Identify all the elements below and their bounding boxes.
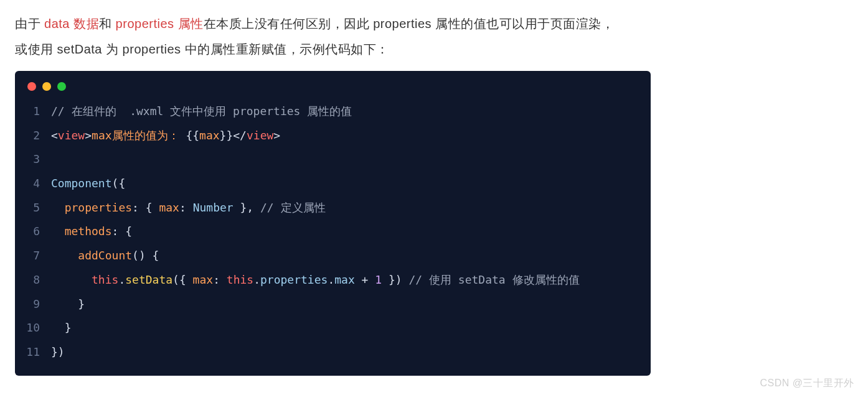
code-token	[51, 273, 92, 286]
code-token: <	[51, 129, 58, 142]
code-token: Number	[193, 201, 234, 214]
code-token: },	[234, 201, 260, 214]
code-content: }	[51, 292, 85, 317]
code-token: </	[233, 129, 247, 142]
code-token: : {	[112, 225, 133, 238]
line-number: 11	[15, 340, 51, 365]
code-token: Component	[51, 177, 112, 190]
code-token: })	[382, 273, 408, 286]
code-token: ({	[112, 177, 126, 190]
code-line: 11})	[15, 340, 651, 365]
code-token: max属性的值为：	[92, 129, 179, 142]
code-token: 1	[375, 273, 382, 286]
code-token: {{	[179, 129, 200, 142]
maximize-icon	[57, 82, 66, 91]
code-content: this.setData({ max: this.properties.max …	[51, 268, 580, 292]
code-content: // 在组件的 .wxml 文件中使用 properties 属性的值	[51, 100, 352, 124]
code-token: this	[92, 273, 118, 286]
code-token: .	[253, 273, 260, 286]
text-highlight-properties: properties 属性	[116, 17, 204, 30]
code-token: max	[193, 273, 214, 286]
line-number: 10	[15, 316, 51, 340]
line-number: 8	[15, 268, 51, 292]
code-token: // 在组件的 .wxml 文件中使用 properties 属性的值	[51, 105, 352, 118]
code-token: addCount	[78, 249, 132, 262]
text-plain: 和	[99, 17, 116, 30]
code-token: setData	[125, 273, 172, 286]
code-token: methods	[65, 225, 112, 238]
code-token: : {	[132, 201, 159, 214]
code-line: 1// 在组件的 .wxml 文件中使用 properties 属性的值	[15, 100, 651, 124]
line-number: 7	[15, 244, 51, 268]
code-line: 2<view>max属性的值为： {{max}}</view>	[15, 124, 651, 148]
minimize-icon	[42, 82, 51, 91]
code-token: // 定义属性	[260, 201, 326, 214]
code-token: max	[334, 273, 355, 286]
code-content: })	[51, 340, 65, 365]
code-token: }}	[220, 129, 234, 142]
line-number: 1	[15, 100, 51, 124]
code-token: .	[118, 273, 125, 286]
code-line: 4Component({	[15, 172, 651, 196]
code-token: }	[51, 321, 72, 334]
code-content: }	[51, 316, 72, 340]
code-token	[51, 249, 78, 262]
text-plain: 在本质上没有任何区别，因此 properties 属性的值也可以用于页面渲染，	[204, 17, 615, 30]
close-icon	[27, 82, 36, 91]
text-highlight-data: data 数据	[44, 17, 99, 30]
code-token: max	[159, 201, 179, 214]
code-line: 8 this.setData({ max: this.properties.ma…	[15, 268, 651, 292]
code-content: Component({	[51, 172, 125, 196]
code-line: 7 addCount() {	[15, 244, 651, 268]
code-line: 5 properties: { max: Number }, // 定义属性	[15, 196, 651, 220]
line-number: 9	[15, 292, 51, 317]
intro-paragraph: 由于 data 数据和 properties 属性在本质上没有任何区别，因此 p…	[0, 0, 859, 66]
window-traffic-lights	[15, 71, 651, 97]
code-token: :	[179, 201, 193, 214]
code-token: .	[328, 273, 334, 286]
line-number: 3	[15, 147, 51, 172]
code-content: methods: {	[51, 220, 132, 244]
line-number: 2	[15, 124, 51, 148]
code-line: 9 }	[15, 292, 651, 317]
code-token: () {	[132, 249, 159, 262]
line-number: 4	[15, 172, 51, 196]
text-plain: 由于	[15, 17, 44, 30]
code-line: 6 methods: {	[15, 220, 651, 244]
code-token: view	[247, 129, 273, 142]
text-line-2: 或使用 setData 为 properties 中的属性重新赋值，示例代码如下…	[15, 37, 844, 62]
code-token: :	[213, 273, 227, 286]
code-window: 1// 在组件的 .wxml 文件中使用 properties 属性的值2<vi…	[15, 71, 651, 376]
code-token: })	[51, 345, 65, 358]
code-content: addCount() {	[51, 244, 159, 268]
code-content: properties: { max: Number }, // 定义属性	[51, 196, 326, 220]
code-line: 10 }	[15, 316, 651, 340]
code-body: 1// 在组件的 .wxml 文件中使用 properties 属性的值2<vi…	[15, 97, 651, 365]
line-number: 5	[15, 196, 51, 220]
code-token: // 使用 setData 修改属性的值	[408, 273, 579, 286]
code-token: properties	[260, 273, 328, 286]
code-token: +	[355, 273, 375, 286]
code-content: <view>max属性的值为： {{max}}</view>	[51, 124, 280, 148]
code-token: this	[227, 273, 253, 286]
code-line: 3	[15, 147, 651, 172]
watermark: CSDN @三十里开外	[760, 377, 854, 390]
code-token: >	[273, 129, 280, 142]
code-token: max	[199, 129, 220, 142]
line-number: 6	[15, 220, 51, 244]
code-token: }	[51, 297, 85, 310]
code-token: >	[85, 129, 92, 142]
code-token: properties	[65, 201, 132, 214]
code-token	[51, 225, 65, 238]
code-token: ({	[172, 273, 193, 286]
code-token: view	[58, 129, 85, 142]
code-token	[51, 201, 65, 214]
